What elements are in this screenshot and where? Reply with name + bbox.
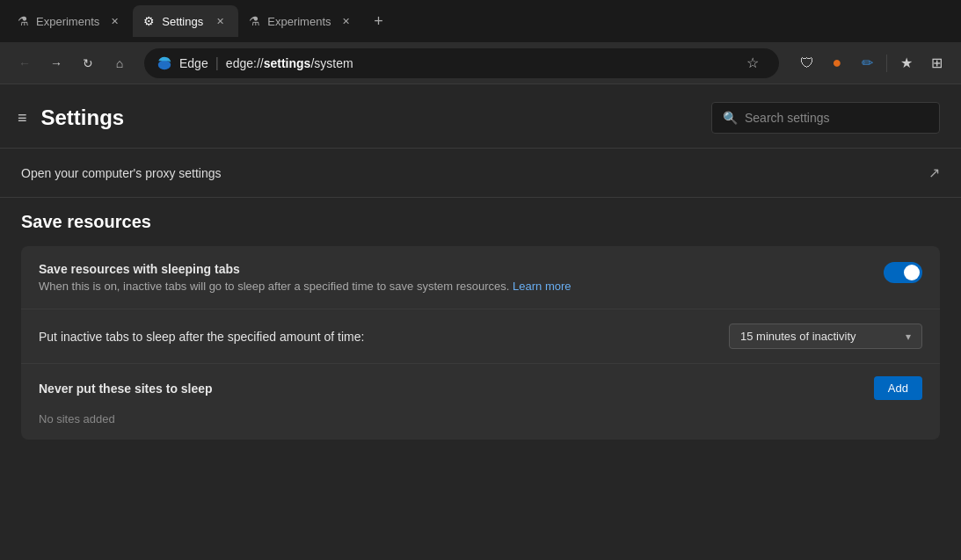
dropdown-arrow-icon: ▾ — [906, 331, 911, 343]
nav-icons: 🛡 ● ✏ ★ ⊞ — [793, 49, 950, 77]
tab-label-experiments-1: Experiments — [36, 15, 99, 28]
never-sleep-title: Never put these sites to sleep — [39, 382, 213, 396]
collections-icon: ⊞ — [931, 55, 943, 71]
search-icon: 🔍 — [723, 111, 738, 125]
profile-icon: ● — [833, 54, 842, 72]
search-input[interactable] — [745, 111, 928, 125]
tab-label-experiments-2: Experiments — [267, 15, 331, 28]
pen-icon: ✏ — [862, 55, 873, 71]
address-url: edge://settings/system — [226, 56, 353, 70]
proxy-row: Open your computer's proxy settings ↗ — [0, 149, 961, 197]
refresh-button[interactable]: ↻ — [74, 49, 102, 77]
home-icon: ⌂ — [116, 56, 123, 70]
tab-experiments-1[interactable]: ⚗ Experiments ✕ — [7, 5, 133, 37]
settings-title-area: ≡ Settings — [14, 105, 124, 131]
sleeping-tabs-text: Save resources with sleeping tabs When t… — [39, 262, 572, 293]
experiments-icon-1: ⚗ — [18, 14, 29, 28]
proxy-label: Open your computer's proxy settings — [21, 166, 222, 180]
save-resources-card: Save resources with sleeping tabs When t… — [21, 246, 940, 440]
settings-search-bar[interactable]: 🔍 — [711, 102, 940, 134]
toggle-thumb — [904, 265, 920, 280]
sleeping-tabs-header: Save resources with sleeping tabs When t… — [39, 262, 922, 293]
back-icon: ← — [18, 56, 31, 70]
new-tab-icon: + — [374, 12, 383, 31]
settings-page: ≡ Settings 🔍 Open your computer's proxy … — [0, 84, 961, 560]
tab-close-experiments-1[interactable]: ✕ — [106, 13, 122, 29]
never-sleep-row: Never put these sites to sleep Add No si… — [21, 364, 940, 440]
shield-icon: 🛡 — [800, 55, 814, 71]
tab-experiments-2[interactable]: ⚗ Experiments ✕ — [238, 5, 364, 37]
new-tab-button[interactable]: + — [365, 7, 393, 35]
sleeping-tabs-title: Save resources with sleeping tabs — [39, 262, 572, 276]
favorite-icon[interactable]: ☆ — [739, 49, 767, 77]
settings-icon: ⚙ — [143, 14, 155, 28]
no-sites-label: No sites added — [39, 409, 922, 433]
tab-close-experiments-2[interactable]: ✕ — [339, 13, 354, 29]
favorites-icon: ★ — [900, 55, 913, 71]
collections-button[interactable]: ⊞ — [922, 49, 950, 77]
add-site-button[interactable]: Add — [874, 376, 922, 400]
settings-header: ≡ Settings 🔍 — [0, 84, 961, 148]
sleeping-tabs-toggle[interactable] — [884, 262, 922, 283]
sleeping-tabs-row: Save resources with sleeping tabs When t… — [21, 246, 940, 309]
forward-icon: → — [50, 56, 62, 70]
sleep-timeout-row: Put inactive tabs to sleep after the spe… — [21, 309, 940, 364]
navbar: ← → ↻ ⌂ Edge | edge://settings/system ☆ … — [0, 42, 961, 84]
experiments-icon-2: ⚗ — [249, 14, 260, 28]
edge-logo — [157, 55, 172, 71]
external-link-icon[interactable]: ↗ — [928, 164, 940, 181]
section-title: Save resources — [21, 212, 940, 232]
save-resources-section: Save resources Save resources with sleep… — [0, 198, 961, 461]
tab-close-settings[interactable]: ✕ — [212, 13, 228, 29]
sleep-timeout-label: Put inactive tabs to sleep after the spe… — [39, 330, 364, 344]
address-bar[interactable]: Edge | edge://settings/system ☆ — [144, 48, 779, 78]
tab-settings[interactable]: ⚙ Settings ✕ — [133, 5, 238, 37]
back-button[interactable]: ← — [11, 49, 39, 77]
sleep-timeout-selected: 15 minutes of inactivity — [740, 330, 856, 343]
sleeping-tabs-desc: When this is on, inactive tabs will go t… — [39, 280, 572, 293]
sleeping-tabs-description-text: When this is on, inactive tabs will go t… — [39, 280, 509, 293]
shield-button[interactable]: 🛡 — [793, 49, 821, 77]
forward-button[interactable]: → — [42, 49, 70, 77]
refresh-icon: ↻ — [83, 56, 93, 70]
edge-brand-label: Edge — [179, 56, 208, 70]
nav-divider — [886, 55, 887, 72]
address-separator: | — [215, 55, 219, 71]
sleep-timeout-dropdown[interactable]: 15 minutes of inactivity ▾ — [729, 324, 922, 349]
never-sleep-header: Never put these sites to sleep Add — [39, 376, 922, 400]
learn-more-link[interactable]: Learn more — [513, 280, 571, 293]
profile-button[interactable]: ● — [823, 49, 851, 77]
favorites-button[interactable]: ★ — [892, 49, 921, 77]
titlebar: ⚗ Experiments ✕ ⚙ Settings ✕ ⚗ Experimen… — [0, 0, 961, 42]
pen-button[interactable]: ✏ — [853, 49, 881, 77]
settings-title: Settings — [41, 105, 125, 130]
tab-label-settings: Settings — [162, 15, 205, 28]
menu-icon[interactable]: ≡ — [14, 105, 31, 131]
home-button[interactable]: ⌂ — [106, 49, 134, 77]
